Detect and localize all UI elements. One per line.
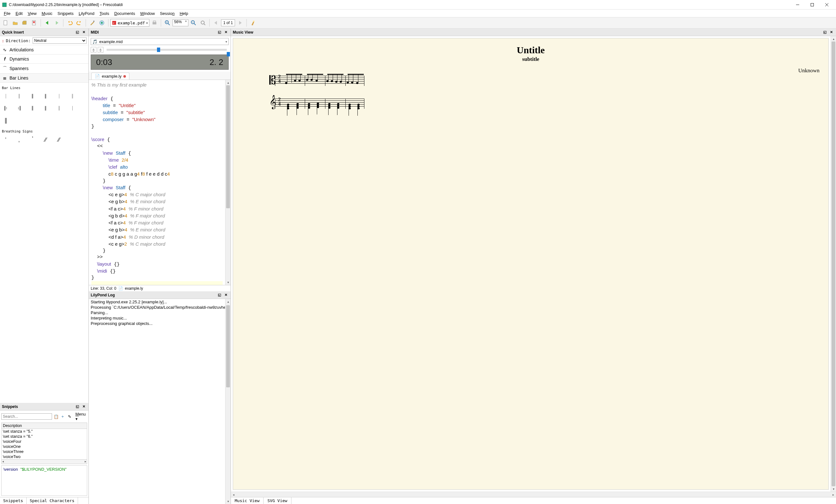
snippets-list-header[interactable]: Description	[2, 423, 87, 429]
barline-glyph[interactable]: 𝄃	[42, 104, 49, 112]
clear-button[interactable]	[249, 18, 258, 27]
panel-close-button[interactable]: ✕	[829, 30, 834, 35]
snippets-hscroll[interactable]: ◂▸	[2, 459, 87, 464]
snippets-search-input[interactable]	[1, 413, 52, 420]
menu-snippets[interactable]: Snippets	[55, 11, 76, 17]
breath-glyph[interactable]: 𝄒	[29, 136, 36, 143]
pdf-selector[interactable]: P example.pdf ▾	[110, 19, 149, 27]
tab-music-view[interactable]: Music View	[231, 497, 264, 504]
qi-cat-dynamics[interactable]: fDynamics	[0, 55, 89, 64]
tab-snippets[interactable]: Snippets	[0, 497, 27, 504]
menu-view[interactable]: View	[25, 11, 39, 17]
panel-close-button[interactable]: ✕	[81, 30, 87, 35]
music-view-vscrollbar[interactable]: ▴ ▾	[831, 36, 836, 492]
qi-cat-articulations[interactable]: ∿Articulations	[0, 45, 89, 55]
barline-glyph[interactable]: 𝄀	[2, 93, 9, 100]
nav-forward-button[interactable]	[52, 18, 61, 27]
tab-special-chars[interactable]: Special Characters	[27, 497, 78, 504]
minimize-button[interactable]	[790, 0, 805, 9]
barline-glyph[interactable]: 𝄆	[2, 104, 9, 112]
barline-glyph[interactable]: 𝄀	[69, 104, 75, 112]
barline-glyph[interactable]: 𝄂	[29, 104, 36, 112]
menu-tools[interactable]: Tools	[97, 11, 112, 17]
panel-float-button[interactable]: ◱	[75, 30, 80, 35]
page-indicator[interactable]: 1 of 1	[221, 19, 235, 26]
undo-button[interactable]	[65, 18, 74, 27]
midi-tempo-slider-thumb[interactable]	[227, 52, 230, 56]
breath-glyph[interactable]: ⁄⁄	[56, 136, 62, 143]
code-editor[interactable]: % This is my first example \header { tit…	[89, 80, 225, 285]
barline-glyph[interactable]: 𝄁	[16, 93, 22, 100]
engrave-custom-button[interactable]	[97, 18, 106, 27]
edit-snippet-button[interactable]: ✎	[67, 413, 72, 420]
qi-cat-barlines[interactable]: ≣Bar Lines	[0, 74, 89, 83]
menu-file[interactable]: File	[1, 11, 13, 17]
panel-float-button[interactable]: ◱	[75, 404, 80, 409]
open-file-button[interactable]	[11, 18, 20, 27]
midi-position-slider[interactable]	[107, 49, 227, 51]
maximize-button[interactable]	[805, 0, 819, 9]
redo-button[interactable]	[75, 18, 84, 27]
page-prev-button[interactable]	[211, 18, 221, 27]
engrave-button[interactable]	[88, 18, 97, 27]
midi-file-selector[interactable]: 🎵 example.mid ▾	[91, 38, 229, 45]
barline-glyph[interactable]: 𝄁	[56, 104, 62, 112]
spanner-icon: ⌒	[2, 65, 7, 71]
snippet-row[interactable]: \set stanza = "5."	[2, 429, 87, 434]
nav-back-button[interactable]	[43, 18, 52, 27]
panel-float-button[interactable]: ◱	[822, 30, 828, 35]
menu-window[interactable]: Window	[138, 11, 157, 17]
snippet-row[interactable]: \voiceFour	[2, 439, 87, 444]
paste-icon[interactable]: 📋	[53, 413, 59, 420]
snippet-row[interactable]: \voiceOne	[2, 444, 87, 449]
qi-cat-spanners[interactable]: ⌒Spanners	[0, 64, 89, 74]
panel-float-button[interactable]: ◱	[216, 292, 222, 298]
print-button[interactable]	[150, 18, 159, 27]
music-view-hscrollbar[interactable]: ◂▸	[231, 492, 836, 497]
breath-glyph[interactable]: ’	[2, 136, 9, 143]
panel-close-button[interactable]: ✕	[223, 30, 229, 35]
zoom-out-button[interactable]	[189, 18, 198, 27]
zoom-in-button[interactable]	[163, 18, 172, 27]
panel-float-button[interactable]: ◱	[216, 30, 222, 35]
barline-glyph[interactable]: 𝄇	[16, 104, 22, 112]
editor-tab[interactable]: 📄 example.ly	[91, 73, 129, 80]
page-next-button[interactable]	[236, 18, 245, 27]
barline-glyph[interactable]: 𝄃	[42, 93, 49, 100]
barline-glyph[interactable]: 𝄀	[56, 93, 62, 100]
close-file-button[interactable]	[30, 18, 39, 27]
panel-close-button[interactable]: ✕	[81, 404, 87, 409]
snippet-row[interactable]: \voiceTwo	[2, 454, 87, 459]
menu-documents[interactable]: Documents	[112, 11, 138, 17]
save-file-button[interactable]	[20, 18, 29, 27]
titlebar: C:/download/lilypond-2.25.2/bin/example.…	[0, 0, 836, 9]
log-vscrollbar[interactable]: ▴ ▾	[225, 299, 231, 504]
barline-glyph[interactable]: ‖	[2, 117, 9, 124]
breath-glyph[interactable]: ,	[16, 136, 22, 143]
new-file-button[interactable]	[1, 18, 10, 27]
breath-glyph[interactable]: ⁄⁄	[42, 136, 49, 143]
snippets-menu-button[interactable]: MMenuenu ▾	[75, 412, 87, 421]
close-button[interactable]	[819, 0, 834, 9]
tab-svg-view[interactable]: SVG View	[264, 497, 291, 504]
panel-close-button[interactable]: ✕	[223, 292, 229, 298]
midi-play-button[interactable]: ▯	[98, 47, 103, 53]
snippet-row[interactable]: \voiceThree	[2, 449, 87, 454]
zoom-input[interactable]: 56% ▾	[173, 19, 188, 26]
midi-rewind-button[interactable]: ▯	[91, 47, 96, 53]
menu-session[interactable]: Session	[157, 11, 177, 17]
direction-select[interactable]: Neutral	[33, 37, 87, 44]
menu-music[interactable]: Music	[39, 11, 55, 17]
log-output[interactable]: Starting lilypond.exe 2.25.2 [example.ly…	[89, 299, 225, 504]
snippets-title: Snippets	[2, 405, 18, 409]
editor-vscrollbar[interactable]: ▴ ▾	[225, 80, 231, 285]
barline-glyph[interactable]: 𝄂	[29, 93, 36, 100]
snippet-row[interactable]: \set stanza = "6."	[2, 434, 87, 439]
zoom-fit-button[interactable]	[198, 18, 207, 27]
score-page[interactable]: Untitle subtitle Unknown 𝄡 24	[233, 38, 829, 490]
add-snippet-button[interactable]: ＋	[60, 413, 65, 420]
menu-lilypond[interactable]: LilyPond	[76, 11, 97, 17]
menu-edit[interactable]: Edit	[13, 11, 25, 17]
barline-glyph[interactable]: 𝄁	[69, 93, 75, 100]
menu-help[interactable]: Help	[177, 11, 191, 17]
